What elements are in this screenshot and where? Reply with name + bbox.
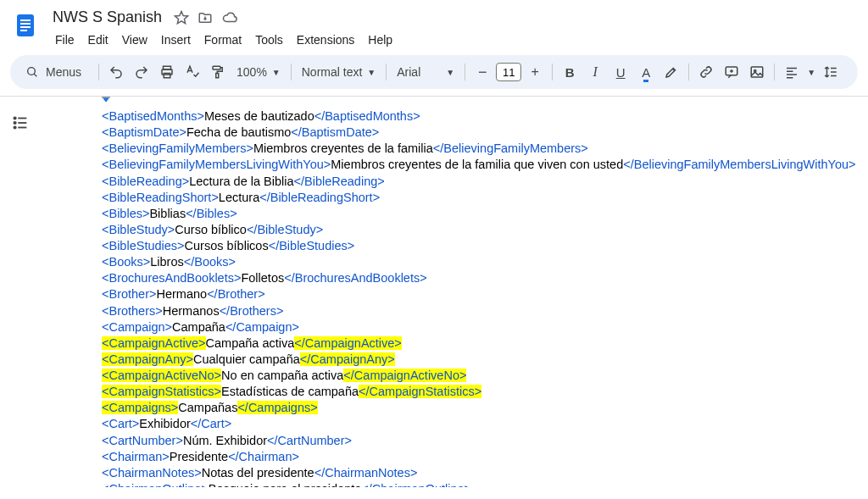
undo-button[interactable]: [104, 60, 128, 84]
undo-icon: [108, 64, 124, 80]
document-line[interactable]: <Campaign>Campaña</Campaign>: [102, 319, 868, 335]
document-line[interactable]: <Brother>Hermano</Brother>: [102, 286, 868, 302]
paint-roller-icon: [210, 64, 225, 80]
document-line[interactable]: <BibleStudy>Curso bíblico</BibleStudy>: [102, 222, 868, 238]
add-comment-button[interactable]: [720, 60, 743, 84]
docs-logo[interactable]: [10, 10, 41, 41]
document-line[interactable]: <ChairmanOutline>Bosquejo para el presid…: [102, 481, 868, 487]
redo-icon: [134, 64, 149, 80]
svg-point-5: [28, 68, 36, 75]
highlighter-icon: [664, 64, 679, 80]
spellcheck-button[interactable]: [181, 60, 204, 84]
svg-line-6: [34, 74, 36, 76]
document-line[interactable]: <Cart>Exhibidor</Cart>: [102, 416, 868, 432]
comment-plus-icon: [724, 64, 739, 80]
underline-button[interactable]: U: [609, 60, 632, 84]
menu-file[interactable]: File: [49, 30, 81, 50]
menu-format[interactable]: Format: [198, 30, 248, 50]
italic-button[interactable]: I: [583, 60, 607, 84]
svg-rect-0: [17, 14, 34, 36]
text-color-button[interactable]: A: [634, 60, 658, 84]
zoom-value: 100%: [236, 65, 267, 79]
menu-edit[interactable]: Edit: [82, 30, 114, 50]
document-text-body[interactable]: <BaptisedMonths>Meses de bautizado</Bapt…: [102, 97, 868, 487]
print-button[interactable]: [155, 60, 179, 84]
font-size-input[interactable]: 11: [496, 63, 521, 81]
increase-font-size-button[interactable]: +: [523, 60, 547, 84]
highlight-color-button[interactable]: [659, 60, 683, 84]
search-menus-label: Menus: [46, 65, 81, 79]
redo-button[interactable]: [130, 60, 153, 84]
document-line[interactable]: <Books>Libros</Books>: [102, 254, 868, 270]
star-icon[interactable]: [174, 10, 189, 25]
document-line[interactable]: <BibleReading>Lectura de la Biblia</Bibl…: [102, 174, 868, 190]
spellcheck-icon: [185, 64, 200, 80]
svg-rect-3: [20, 26, 31, 28]
document-line[interactable]: <Chairman>Presidente</Chairman>: [102, 449, 868, 465]
list-icon: [11, 114, 30, 132]
document-line[interactable]: <BaptismDate>Fecha de bautismo</BaptismD…: [102, 125, 868, 141]
svg-rect-29: [102, 97, 110, 98]
document-line[interactable]: <CampaignAny>Cualquier campaña</Campaign…: [102, 352, 868, 368]
document-canvas[interactable]: <BaptisedMonths>Meses de bautizado</Bapt…: [41, 97, 868, 487]
document-line[interactable]: <CampaignStatistics>Estadísticas de camp…: [102, 384, 868, 400]
menu-insert[interactable]: Insert: [155, 30, 197, 50]
svg-rect-13: [751, 67, 763, 77]
svg-rect-4: [20, 30, 27, 31]
document-line[interactable]: <BibleReadingShort>Lectura</BibleReading…: [102, 190, 868, 206]
paragraph-style-select[interactable]: Normal text ▼: [297, 65, 381, 79]
document-line[interactable]: <Campaigns>Campañas</Campaigns>: [102, 400, 868, 416]
link-icon: [698, 64, 714, 80]
search-menus-button[interactable]: Menus: [17, 60, 93, 84]
document-line[interactable]: <Brothers>Hermanos</Brothers>: [102, 303, 868, 319]
document-line[interactable]: <Bibles>Biblias</Bibles>: [102, 206, 868, 222]
chevron-down-icon: ▼: [367, 68, 376, 77]
document-line[interactable]: <ChairmanNotes>Notas del presidente</Cha…: [102, 465, 868, 481]
svg-point-22: [14, 117, 15, 119]
menu-tools[interactable]: Tools: [249, 30, 289, 50]
line-spacing-icon: [823, 64, 838, 80]
toolbar: Menus 100% ▼ Normal text ▼ Arial ▼: [10, 55, 858, 89]
menu-extensions[interactable]: Extensions: [291, 30, 360, 50]
print-icon: [159, 64, 175, 80]
align-left-icon: [784, 64, 799, 80]
font-family-value: Arial: [397, 65, 420, 79]
menu-help[interactable]: Help: [362, 30, 398, 50]
document-line[interactable]: <BelievingFamilyMembersLivingWithYou>Mie…: [102, 157, 868, 173]
bold-button[interactable]: B: [558, 60, 581, 84]
menu-view[interactable]: View: [116, 30, 153, 50]
image-icon: [749, 64, 765, 80]
zoom-select[interactable]: 100% ▼: [231, 65, 286, 79]
cloud-status-icon[interactable]: [221, 10, 238, 25]
document-line[interactable]: <CampaignActive>Campaña activa</Campaign…: [102, 335, 868, 352]
svg-rect-2: [20, 23, 31, 25]
document-line[interactable]: <CartNumber>Núm. Exhibidor</CartNumber>: [102, 433, 868, 449]
svg-point-24: [14, 122, 15, 124]
document-title[interactable]: NWS S Spanish: [49, 7, 165, 28]
page-break-indicator: [102, 97, 110, 105]
menu-bar: File Edit View Insert Format Tools Exten…: [49, 30, 398, 50]
insert-image-button[interactable]: [745, 60, 769, 84]
document-line[interactable]: <BelievingFamilyMembers>Miembros creyent…: [102, 141, 868, 157]
paint-format-button[interactable]: [206, 60, 230, 84]
chevron-down-icon: ▼: [446, 68, 454, 77]
document-outline-button[interactable]: [11, 114, 30, 487]
decrease-font-size-button[interactable]: −: [470, 60, 494, 84]
svg-rect-10: [213, 66, 220, 69]
svg-rect-11: [216, 74, 219, 78]
document-line[interactable]: <CampaignActiveNo>No en campaña activa</…: [102, 368, 868, 384]
search-icon: [25, 65, 39, 79]
document-line[interactable]: <BaptisedMonths>Meses de bautizado</Bapt…: [102, 108, 868, 125]
document-line[interactable]: <BrochuresAndBooklets>Folletos</Brochure…: [102, 270, 868, 286]
move-folder-icon[interactable]: [198, 10, 213, 25]
chevron-down-icon[interactable]: ▼: [805, 68, 817, 77]
align-button[interactable]: [780, 60, 804, 84]
line-spacing-button[interactable]: [819, 60, 843, 84]
font-family-select[interactable]: Arial ▼: [392, 65, 459, 79]
paragraph-style-value: Normal text: [302, 65, 363, 79]
svg-point-26: [14, 126, 15, 128]
document-line[interactable]: <BibleStudies>Cursos bíblicos</BibleStud…: [102, 238, 868, 254]
chevron-down-icon: ▼: [272, 68, 281, 77]
svg-rect-1: [20, 19, 31, 21]
insert-link-button[interactable]: [694, 60, 718, 84]
